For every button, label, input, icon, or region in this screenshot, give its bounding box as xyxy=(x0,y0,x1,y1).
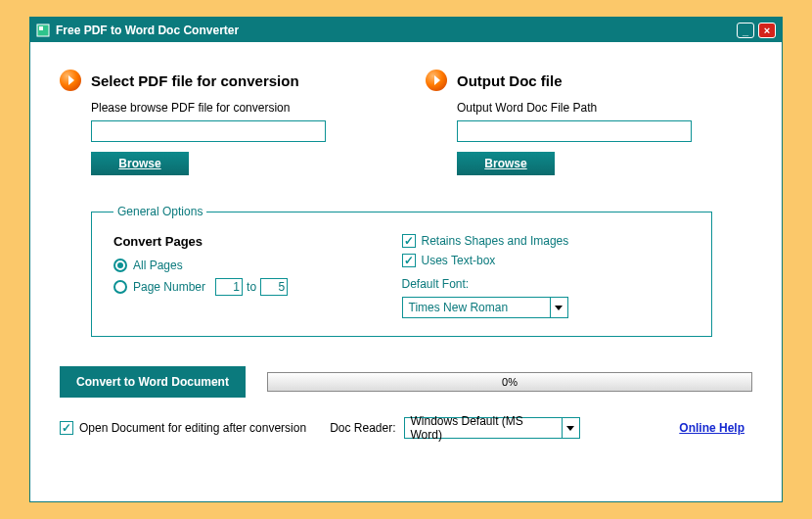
browse-output-button[interactable]: Browse xyxy=(457,152,555,175)
default-font-label: Default Font: xyxy=(402,277,691,291)
checkbox-icon: ✓ xyxy=(60,421,73,435)
browse-input-button[interactable]: Browse xyxy=(91,152,189,175)
svg-rect-1 xyxy=(39,26,43,30)
default-font-select[interactable]: Times New Roman xyxy=(402,297,568,318)
app-title: Free PDF to Word Doc Converter xyxy=(56,24,239,37)
chevron-down-icon xyxy=(550,298,567,317)
radio-icon xyxy=(113,280,127,294)
input-section-title: Select PDF file for conversion xyxy=(91,72,299,89)
page-number-label: Page Number xyxy=(133,280,205,294)
progress-bar: 0% xyxy=(267,372,752,392)
retains-shapes-label: Retains Shapes and Images xyxy=(422,234,569,248)
doc-reader-value: Windows Default (MS Word) xyxy=(405,414,562,442)
page-from-input[interactable] xyxy=(215,278,243,296)
output-help-text: Output Word Doc File Path xyxy=(457,101,752,115)
general-options-fieldset: General Options Convert Pages All Pages … xyxy=(91,205,712,337)
content-area: Select PDF file for conversion Please br… xyxy=(30,42,782,501)
all-pages-radio[interactable]: All Pages xyxy=(113,259,402,272)
default-font-value: Times New Roman xyxy=(403,301,515,314)
arrow-bullet-icon xyxy=(60,70,81,91)
page-to-input[interactable] xyxy=(260,278,288,296)
input-pdf-path[interactable] xyxy=(91,120,326,142)
convert-button[interactable]: Convert to Word Document xyxy=(60,366,246,398)
checkbox-icon: ✓ xyxy=(402,254,416,267)
convert-pages-header: Convert Pages xyxy=(113,234,402,249)
output-section-title: Output Doc file xyxy=(457,72,563,89)
uses-textbox-label: Uses Text-box xyxy=(422,254,496,267)
app-icon xyxy=(36,24,50,37)
doc-reader-label: Doc Reader: xyxy=(330,421,395,435)
input-help-text: Please browse PDF file for conversion xyxy=(91,101,386,115)
arrow-bullet-icon xyxy=(426,70,447,91)
minimize-button[interactable]: _ xyxy=(737,23,754,38)
app-window: Free PDF to Word Doc Converter _ × Selec… xyxy=(29,17,783,502)
titlebar: Free PDF to Word Doc Converter _ × xyxy=(30,18,782,42)
to-label: to xyxy=(247,280,256,294)
close-button[interactable]: × xyxy=(758,23,776,38)
output-doc-path[interactable] xyxy=(457,120,692,142)
output-section: Output Doc file Output Word Doc File Pat… xyxy=(426,70,752,175)
checkbox-icon: ✓ xyxy=(402,234,416,248)
general-options-legend: General Options xyxy=(113,205,206,218)
doc-reader-select[interactable]: Windows Default (MS Word) xyxy=(404,417,580,439)
chevron-down-icon xyxy=(562,418,579,438)
input-section: Select PDF file for conversion Please br… xyxy=(60,70,386,175)
radio-icon xyxy=(113,259,127,272)
open-after-checkbox[interactable]: ✓ Open Document for editing after conver… xyxy=(60,421,306,435)
progress-text: 0% xyxy=(502,376,518,388)
online-help-link[interactable]: Online Help xyxy=(679,421,744,435)
page-number-radio[interactable]: Page Number to xyxy=(113,278,402,296)
all-pages-label: All Pages xyxy=(133,259,183,272)
retains-shapes-checkbox[interactable]: ✓ Retains Shapes and Images xyxy=(402,234,691,248)
uses-textbox-checkbox[interactable]: ✓ Uses Text-box xyxy=(402,254,691,267)
open-after-label: Open Document for editing after conversi… xyxy=(79,421,306,435)
